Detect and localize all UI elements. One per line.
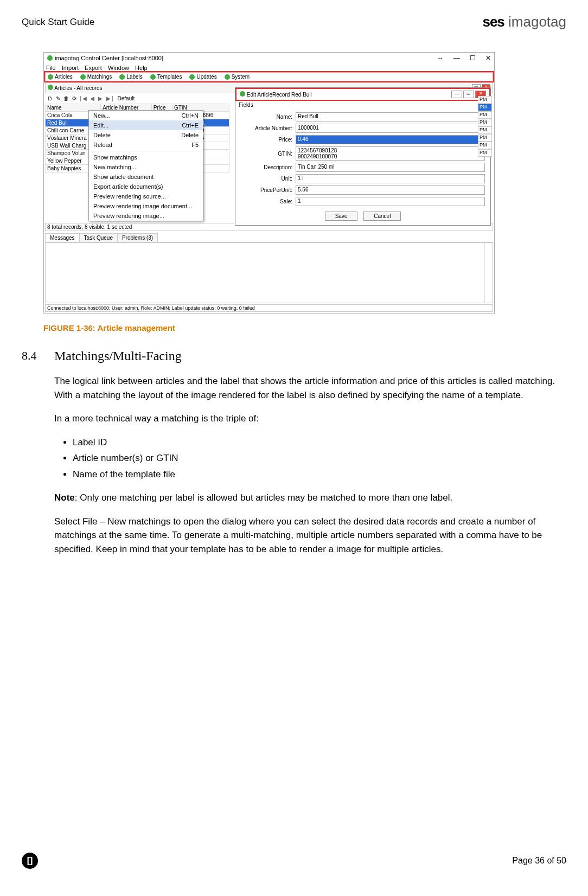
field-unit-label: Unit: (241, 176, 296, 182)
toolbar-delete-icon[interactable]: 🗑 (63, 95, 69, 101)
menu-export[interactable]: Export (85, 65, 102, 71)
menu-window[interactable]: Window (108, 65, 129, 71)
section-title: Matchings/Multi-Facing (54, 349, 182, 363)
tab-task-queue[interactable]: Task Queue (79, 233, 118, 242)
tab-updates[interactable]: Updates (189, 74, 216, 80)
cancel-button[interactable]: Cancel (363, 212, 401, 221)
dialog-maximize-icon[interactable]: ▭ (463, 91, 474, 98)
menu-item-show-doc[interactable]: Show article document (89, 172, 203, 182)
footer-logo-icon: [] (22, 853, 38, 869)
figure-caption: FIGURE 1-36: Article management (43, 323, 566, 332)
sync-icon[interactable]: ↔ (437, 54, 444, 62)
toolbar-edit-icon[interactable]: ✎ (56, 95, 60, 101)
paragraph: The logical link between articles and th… (54, 374, 564, 402)
status-bar: Connected to localhost:8000; User: admin… (45, 304, 493, 312)
field-name-label: Name: (241, 114, 296, 120)
pm-column: PMPMPMPMPMPMPMPM (478, 96, 492, 157)
field-price-input[interactable]: 0.46 (296, 135, 485, 144)
field-num-label: Article Number: (241, 125, 296, 131)
menu-item-new-matching[interactable]: New matching... (89, 162, 203, 172)
tab-messages[interactable]: Messages (45, 233, 80, 242)
maximize-icon[interactable]: ☐ (470, 54, 476, 62)
menu-item-export-doc[interactable]: Export article document(s) (89, 182, 203, 191)
body-content: The logical link between articles and th… (54, 374, 564, 556)
field-name-input[interactable]: Red Bull (296, 112, 485, 121)
field-unit-input[interactable]: 1 l (296, 174, 485, 183)
dialog-fields-label: Fields (235, 101, 490, 109)
close-icon[interactable]: ✕ (485, 54, 491, 62)
menu-item-edit[interactable]: Edit...Ctrl+E (89, 120, 203, 130)
menu-item-preview-img-doc[interactable]: Preview rendering image document... (89, 201, 203, 211)
list-item: Label ID (73, 436, 564, 450)
tab-system[interactable]: System (225, 74, 250, 80)
toolbar-nav[interactable]: |◀ ◀ ▶ ▶| (80, 95, 114, 101)
menu-import[interactable]: Import (62, 65, 79, 71)
brand-logo: ses imagotag (482, 14, 566, 30)
logo-bold: ses (482, 14, 504, 30)
context-menu: New...Ctrl+N Edit...Ctrl+E DeleteDelete … (88, 110, 203, 221)
field-gtin-label: GTIN: (241, 151, 296, 157)
doc-header-title: Quick Start Guide (22, 17, 94, 28)
section-number: 8.4 (22, 349, 54, 363)
menu-item-new[interactable]: New...Ctrl+N (89, 111, 203, 120)
menu-item-delete[interactable]: DeleteDelete (89, 130, 203, 140)
menu-item-show-matchings[interactable]: Show matchings (89, 152, 203, 162)
list-item: Name of the template file (73, 468, 564, 482)
panel-title: Articles - All records (54, 85, 102, 91)
menu-item-reload[interactable]: ReloadF5 (89, 140, 203, 150)
list-item: Article number(s) or GTIN (73, 451, 564, 465)
tab-problems[interactable]: Problems (3) (117, 233, 158, 242)
minimize-icon[interactable]: — (453, 54, 460, 62)
field-sale-label: Sale: (241, 199, 296, 204)
field-gtin-input[interactable]: 12345678901289002490100070 (296, 146, 485, 161)
save-button[interactable]: Save (325, 212, 358, 221)
main-tabs: Articles Matchings Labels Templates Upda… (45, 72, 493, 81)
message-area (45, 242, 493, 303)
window-title: imagotag Control Center [localhost:8000] (55, 55, 163, 61)
menu-file[interactable]: File (46, 65, 56, 71)
page-number: Page 36 of 50 (512, 856, 566, 866)
menu-help[interactable]: Help (135, 65, 148, 71)
edit-dialog: Edit ArticleRecord Red Bull — ▭ ✕ Fields… (235, 87, 491, 226)
tab-labels[interactable]: Labels (119, 74, 142, 80)
tab-matchings[interactable]: Matchings (80, 74, 112, 80)
toolbar-new-icon[interactable]: 🗋 (47, 95, 53, 101)
menu-bar: File Import Export Window Help (44, 63, 494, 72)
field-desc-input[interactable]: Tin Can 250 ml (296, 163, 485, 172)
toolbar-filter-default[interactable]: Default (118, 95, 135, 101)
app-screenshot: imagotag Control Center [localhost:8000]… (43, 52, 495, 313)
field-num-input[interactable]: 1000001 (296, 124, 485, 133)
paragraph: Note: Only one matching per label is all… (54, 491, 564, 505)
scrollbar[interactable] (484, 243, 493, 303)
field-ppu-input[interactable]: 5.56 (296, 185, 485, 195)
field-ppu-label: PricePerUnit: (241, 187, 296, 193)
app-icon (47, 55, 53, 61)
tab-templates[interactable]: Templates (150, 74, 182, 80)
dialog-title: Edit ArticleRecord Red Bull (247, 92, 312, 98)
dialog-minimize-icon[interactable]: — (451, 91, 462, 98)
field-desc-label: Description: (241, 164, 296, 170)
toolbar-refresh-icon[interactable]: ⟳ (72, 95, 76, 101)
paragraph: Select File – New matchings to open the … (54, 515, 564, 556)
field-sale-input[interactable]: 1 (296, 197, 485, 206)
logo-light: imagotag (504, 14, 566, 30)
menu-item-preview-src[interactable]: Preview rendering source... (89, 191, 203, 201)
paragraph: In a more technical way a matching is th… (54, 412, 564, 426)
menu-item-preview-img[interactable]: Preview rendering image... (89, 211, 203, 221)
tab-articles[interactable]: Articles (48, 74, 73, 80)
field-price-label: Price: (241, 137, 296, 143)
